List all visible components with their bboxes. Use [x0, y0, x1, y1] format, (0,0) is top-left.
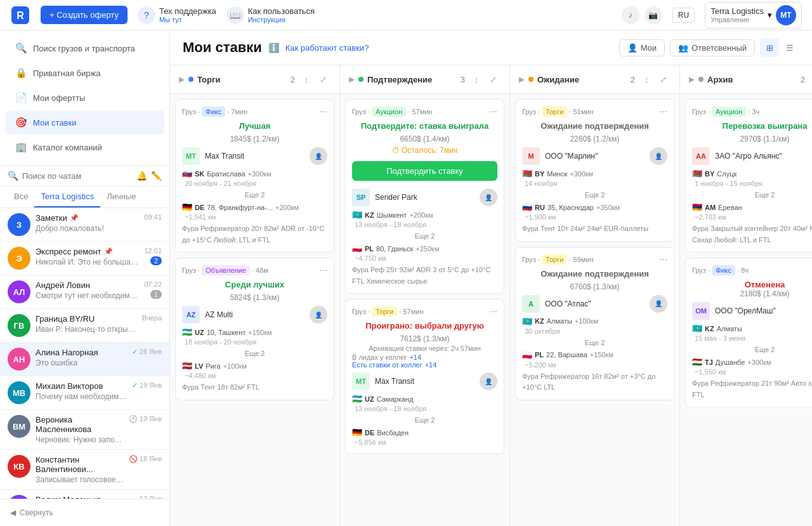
confirm-bid-button[interactable]: Подтвердить ставку	[352, 161, 497, 181]
grid-view-button[interactable]: ⊞	[760, 38, 779, 57]
list-view-button[interactable]: ☰	[780, 38, 799, 57]
card-more-button[interactable]: ···	[489, 306, 497, 317]
kanban-card[interactable]: Груз · Торги · 51мин ··· Ожидание подтве…	[515, 99, 674, 242]
sidebar-item-private[interactable]: 🔒Приватная биржа	[5, 61, 164, 85]
card-tag: Объявление	[202, 265, 250, 275]
sidebar: 🔍Поиск грузов и транспорта🔒Приватная бир…	[0, 30, 170, 526]
col-expand-icon[interactable]: ⤢	[655, 72, 671, 87]
card-more-button[interactable]: ···	[319, 265, 327, 276]
route-total-dist: ~1,900 км	[522, 213, 667, 221]
kanban-columns: ▶ Торги 2 ↕ ⤢ Груз · Фикс · 7мин ··· Луч…	[170, 65, 812, 526]
instagram-icon[interactable]: 📷	[645, 6, 662, 24]
col-sort-icon[interactable]: ↕	[809, 72, 812, 87]
more-routes-link[interactable]: Еще 2	[352, 414, 497, 426]
chat-preview: Почему нам необходимо это делать	[36, 392, 127, 401]
card-more-button[interactable]: ···	[319, 106, 327, 117]
more-routes-link[interactable]: Еще 2	[182, 347, 327, 360]
chat-tab-Terra Logistics[interactable]: Terra Logistics	[34, 187, 100, 207]
route-row: 🇧🇾 BY Минск +300км	[522, 169, 667, 178]
kanban-area: Мои ставки ℹ️ Как работают ставки? 👤 Мои…	[170, 30, 812, 526]
route-dist: +150км	[590, 351, 613, 358]
route-row: 🇰🇿 KZ Алматы +100км	[522, 317, 667, 326]
chat-list-item[interactable]: ВМ Вероника Масленникова Черновик: Нужно…	[0, 410, 169, 450]
sidebar-item-bids[interactable]: 🎯Мои ставки	[5, 110, 164, 135]
kanban-card[interactable]: Груз · Фикс · 7мин ··· Лучшая1845$ (1.2/…	[175, 99, 334, 253]
card-more-button[interactable]: ···	[489, 106, 497, 117]
nav-label-offers: Мои офертты	[33, 93, 85, 103]
col-toggle-ozhidanie[interactable]: ▶	[519, 75, 525, 84]
chat-time: 07:22	[144, 280, 162, 288]
how-bids-work-link[interactable]: Как работают ставки?	[285, 43, 369, 53]
col-toggle-arhiv[interactable]: ▶	[689, 75, 695, 84]
chat-list-item[interactable]: АН Алина Нагорная Это ошибка ✓ 26 Янв	[0, 343, 169, 376]
volume-icon[interactable]: 🔔	[136, 171, 147, 181]
more-routes-link[interactable]: Еще 2	[522, 188, 667, 201]
tiktok-icon[interactable]: ♪	[622, 6, 639, 24]
company-logo: ОМ	[692, 302, 710, 320]
howto-link[interactable]: 📖 Как пользоваться Инструкция	[226, 6, 315, 24]
support-link[interactable]: ? Тех поддержка Мы тут	[138, 6, 216, 24]
chat-content: Заметки📌 Добро пожаловать!	[36, 213, 139, 233]
col-expand-icon[interactable]: ⤢	[485, 72, 501, 87]
route-row: 🇧🇾 BY Слуцк	[692, 169, 812, 178]
chat-tab-Все[interactable]: Все	[8, 187, 34, 207]
more-routes-link[interactable]: Еще 2	[182, 188, 327, 201]
chat-tab-Личные[interactable]: Личные	[100, 187, 142, 207]
card-status: Среди лучших	[182, 280, 327, 289]
kanban-card[interactable]: Груз · Объявление · 48м ··· Среди лучших…	[175, 258, 334, 400]
col-sort-icon[interactable]: ↕	[299, 72, 314, 87]
chat-preview: Черновик: Нужно заполнить CMR	[36, 435, 124, 444]
card-more-button[interactable]: ···	[659, 106, 667, 117]
more-routes-link[interactable]: Еще 2	[692, 343, 812, 356]
company-selector[interactable]: Terra Logistics Управление ▾ MT	[705, 2, 802, 29]
edit-icon[interactable]: ✏️	[151, 171, 162, 181]
col-sort-icon[interactable]: ↕	[469, 72, 484, 87]
col-sort-icon[interactable]: ↕	[639, 72, 654, 87]
colleague-count[interactable]: +14	[409, 353, 421, 361]
app-logo[interactable]: R	[10, 5, 30, 25]
sidebar-item-offers[interactable]: 📄Мои офертты	[5, 86, 164, 110]
route-row: 🇵🇱 PL 80, Гданьск +250км	[352, 244, 497, 253]
colleague-count2[interactable]: +14	[425, 361, 437, 369]
support-sub: Мы тут	[159, 16, 216, 23]
flag-icon: 🇵🇱	[522, 350, 532, 360]
chat-list-item[interactable]: АЛ Андрей Ловин Смотри тут нет необходим…	[0, 275, 169, 309]
more-routes-link[interactable]: Еще 2	[522, 336, 667, 349]
company-logo: MT	[352, 372, 370, 390]
col-toggle-torgi[interactable]: ▶	[179, 75, 185, 84]
card-more-button[interactable]: ···	[659, 254, 667, 265]
chat-meta: 12:01 2	[144, 247, 162, 265]
chat-list-item[interactable]: ГВ Граница BY/RU Иван Р: Наконец-то откр…	[0, 309, 169, 343]
search-input[interactable]	[22, 171, 133, 181]
sidebar-item-catalog[interactable]: 🏢Каталог компаний	[5, 135, 164, 159]
more-routes-link[interactable]: Еще 2	[692, 188, 812, 201]
kanban-card[interactable]: Груз · Аукцион · 3ч ··· Перевозка выигра…	[685, 99, 812, 253]
sidebar-item-search[interactable]: 🔍Поиск грузов и транспорта	[5, 36, 164, 60]
colleague-link[interactable]: Есть ставки от коллег	[352, 361, 422, 369]
card-type: Груз · Аукцион · 3ч	[692, 107, 759, 117]
kanban-col-ozhidanie: ▶ Ожидание 2 ↕ ⤢ Груз · Торги · 51мин ··…	[510, 65, 680, 526]
card-details: Фура Рефрижератор 21т 90м² Авто запчасти…	[692, 378, 812, 400]
more-routes-link[interactable]: Еще 2	[352, 230, 497, 242]
company-logo: А	[522, 295, 540, 313]
company-logo: АА	[692, 147, 710, 165]
filter-moi-button[interactable]: 👤 Мои	[619, 39, 665, 56]
kanban-card[interactable]: Груз · Торги · 59мин ··· Ожидание подтве…	[515, 247, 674, 400]
kanban-card[interactable]: Груз · Фикс · 8ч ··· Отменена2180$ (1.4/…	[685, 258, 812, 407]
kanban-card[interactable]: Груз · Аукцион · 57мин ··· Подтвердите: …	[345, 99, 504, 294]
collapse-button[interactable]: ◀ Свернуть	[8, 504, 162, 521]
chat-list-item[interactable]: КВ Константин Валентинови... Записывает …	[0, 450, 169, 490]
filter-otv-button[interactable]: 👥 Ответсвенный	[670, 39, 755, 56]
chat-list-item[interactable]: Э Экспресс ремонт📌 Николай И: Это не бол…	[0, 242, 169, 275]
chat-list-item[interactable]: МВ Михаил Викторов Почему нам необходимо…	[0, 376, 169, 410]
chat-list-item[interactable]: ВМ Вадим Маленько Хорошо, жду твоего зво…	[0, 490, 169, 499]
card-price: 5824$ (1.3/км)	[182, 293, 327, 302]
nav-label-search: Поиск грузов и транспорта	[33, 44, 135, 53]
card-time: 57мин	[412, 108, 432, 115]
col-toggle-podtverzhdenie[interactable]: ▶	[349, 75, 355, 84]
language-button[interactable]: RU	[672, 8, 695, 23]
col-expand-icon[interactable]: ⤢	[315, 72, 331, 87]
kanban-card[interactable]: Груз · Торги · 57мин ··· Проиграно: выбр…	[345, 299, 504, 454]
chat-list-item[interactable]: З Заметки📌 Добро пожаловать! 09:41	[0, 208, 169, 242]
create-offer-button[interactable]: + Создать оферту	[41, 6, 128, 24]
